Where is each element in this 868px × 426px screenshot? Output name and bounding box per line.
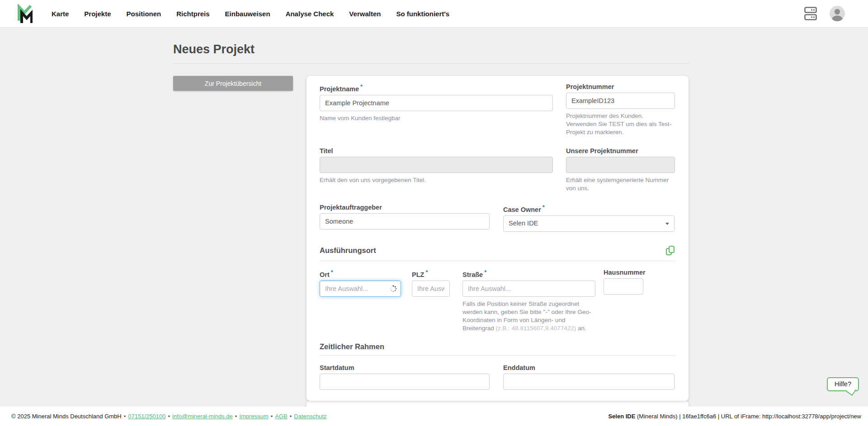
titel-label: Titel bbox=[320, 147, 553, 155]
field-strasse: Straße* Falls die Position keiner Straße… bbox=[462, 268, 595, 333]
titel-help: Erhält den von uns vorgegebenen Titel. bbox=[320, 176, 553, 184]
field-startdatum: Startdatum bbox=[320, 364, 490, 390]
case-owner-select[interactable]: Selen IDE bbox=[503, 215, 675, 232]
footer-separator: • bbox=[168, 413, 170, 420]
help-button[interactable]: Hilfe? bbox=[827, 377, 859, 391]
unsere-projektnummer-help: Erhält eine systemgenerierte Nummer von … bbox=[566, 176, 675, 192]
projektname-help: Name vom Kunden festlegbar bbox=[320, 114, 553, 122]
plz-input[interactable] bbox=[412, 281, 450, 297]
field-hausnummer: Hausnummer bbox=[604, 268, 643, 333]
form-row-dates: Startdatum Enddatum bbox=[320, 364, 675, 390]
startdatum-label: Startdatum bbox=[320, 364, 490, 372]
duplicate-location-icon[interactable] bbox=[665, 245, 675, 256]
user-avatar-icon[interactable] bbox=[830, 6, 845, 21]
mineral-minds-logo-icon[interactable] bbox=[17, 4, 33, 23]
nav-item-einbauweisen[interactable]: Einbauweisen bbox=[225, 10, 270, 18]
field-ort: Ort* bbox=[320, 268, 401, 333]
required-asterisk: * bbox=[360, 83, 363, 90]
footer-separator: • bbox=[271, 413, 273, 420]
projektauftraggeber-input[interactable] bbox=[320, 213, 490, 229]
projektnummer-input[interactable] bbox=[566, 93, 675, 109]
footer: © 2025 Mineral Minds Deutschland GmbH • … bbox=[0, 407, 868, 426]
required-asterisk: * bbox=[331, 269, 333, 276]
nav-item-projekte[interactable]: Projekte bbox=[84, 10, 111, 18]
strasse-input[interactable] bbox=[462, 281, 595, 297]
chevron-down-icon bbox=[665, 223, 669, 225]
field-plz: PLZ* bbox=[412, 268, 450, 333]
ort-label: Ort* bbox=[320, 268, 401, 279]
footer-link-email[interactable]: info@mineral-minds.de bbox=[172, 413, 233, 420]
nav-item-karte[interactable]: Karte bbox=[52, 10, 69, 18]
section-ausfuehrungsort: Ausführungsort bbox=[320, 245, 675, 261]
nav-item-richtpreis[interactable]: Richtpreis bbox=[176, 10, 209, 18]
field-case-owner: Case Owner* Selen IDE bbox=[503, 203, 675, 232]
required-asterisk: * bbox=[484, 269, 486, 276]
startdatum-input[interactable] bbox=[320, 374, 490, 390]
footer-link-agb[interactable]: AGB bbox=[275, 413, 287, 420]
back-to-project-overview-button[interactable]: Zur Projektübersicht bbox=[173, 76, 293, 91]
footer-link-datenschutz[interactable]: Datenschutz bbox=[294, 413, 326, 420]
case-owner-label: Case Owner* bbox=[503, 203, 675, 214]
strasse-label: Straße* bbox=[462, 268, 595, 279]
unsere-projektnummer-input bbox=[566, 157, 675, 173]
form-row-auftraggeber-owner: Projektauftraggeber Case Owner* Selen ID… bbox=[320, 203, 675, 232]
footer-session-info: Selen IDE (Mineral Minds) | 16fae1ffc6a6… bbox=[608, 413, 861, 420]
hausnummer-label: Hausnummer bbox=[604, 268, 643, 276]
nav-item-analyse-check[interactable]: Analyse Check bbox=[286, 10, 334, 18]
footer-link-impressum[interactable]: Impressum bbox=[239, 413, 268, 420]
enddatum-label: Enddatum bbox=[503, 364, 675, 372]
ort-input[interactable] bbox=[320, 281, 401, 297]
strasse-help-example: (z.B.: 48.8115607,9.4077422) bbox=[496, 325, 576, 332]
projektnummer-label: Projektnummer bbox=[566, 83, 675, 91]
page-title: Neues Projekt bbox=[173, 42, 689, 64]
enddatum-input[interactable] bbox=[503, 374, 675, 390]
new-project-form-card: Projektname* Name vom Kunden festlegbar … bbox=[307, 76, 689, 401]
nav-item-so-funktionierts[interactable]: So funktioniert's bbox=[396, 10, 449, 18]
server-stack-icon[interactable] bbox=[804, 6, 817, 21]
footer-separator: • bbox=[290, 413, 292, 420]
projektnummer-help: Projektnummer des Kunden. Verwenden Sie … bbox=[566, 112, 675, 137]
strasse-help: Falls die Position keiner Straße zugeord… bbox=[462, 300, 595, 333]
nav-right-icons bbox=[804, 6, 868, 21]
loading-spinner-icon bbox=[390, 285, 397, 292]
case-owner-selected-value: Selen IDE bbox=[509, 220, 538, 227]
projektname-label: Projektname* bbox=[320, 83, 553, 93]
nav-item-positionen[interactable]: Positionen bbox=[127, 10, 161, 18]
footer-copyright: © 2025 Mineral Minds Deutschland GmbH bbox=[11, 413, 122, 420]
field-projektauftraggeber: Projektauftraggeber bbox=[320, 203, 490, 232]
form-row-titel-unsere-nummer: Titel Erhält den von uns vorgegebenen Ti… bbox=[320, 147, 675, 192]
nav-menu: Karte Projekte Positionen Richtpreis Ein… bbox=[52, 10, 449, 18]
field-enddatum: Enddatum bbox=[503, 364, 675, 390]
top-navbar: Karte Projekte Positionen Richtpreis Ein… bbox=[0, 0, 868, 28]
page: Karte Projekte Positionen Richtpreis Ein… bbox=[0, 0, 868, 426]
footer-separator: • bbox=[124, 413, 126, 420]
plz-label: PLZ* bbox=[412, 268, 450, 279]
field-projektnummer: Projektnummer Projektnummer des Kunden. … bbox=[566, 83, 675, 137]
form-row-address: Ort* PLZ* bbox=[320, 268, 675, 333]
projektauftraggeber-label: Projektauftraggeber bbox=[320, 203, 490, 211]
footer-link-phone[interactable]: 07151/250100 bbox=[128, 413, 165, 420]
field-unsere-projektnummer: Unsere Projektnummer Erhält eine systemg… bbox=[566, 147, 675, 192]
field-titel: Titel Erhält den von uns vorgegebenen Ti… bbox=[320, 147, 553, 192]
footer-user-name: Selen IDE bbox=[608, 413, 635, 420]
projektname-input[interactable] bbox=[320, 95, 553, 111]
titel-input bbox=[320, 157, 553, 173]
footer-left: © 2025 Mineral Minds Deutschland GmbH • … bbox=[11, 413, 327, 420]
page-header: Neues Projekt bbox=[173, 42, 689, 64]
unsere-projektnummer-label: Unsere Projektnummer bbox=[566, 147, 675, 155]
footer-session-details: (Mineral Minds) | 16fae1ffc6a6 | URL of … bbox=[635, 413, 861, 420]
required-asterisk: * bbox=[425, 269, 428, 276]
footer-separator: • bbox=[235, 413, 237, 420]
ausfuehrungsort-title: Ausführungsort bbox=[320, 247, 376, 254]
zeitlicher-rahmen-title: Zeitlicher Rahmen bbox=[320, 343, 384, 351]
nav-item-verwalten[interactable]: Verwalten bbox=[349, 10, 381, 18]
form-row-name-number: Projektname* Name vom Kunden festlegbar … bbox=[320, 83, 675, 137]
required-asterisk: * bbox=[542, 204, 545, 211]
section-zeitlicher-rahmen: Zeitlicher Rahmen bbox=[320, 343, 675, 356]
hausnummer-input[interactable] bbox=[604, 278, 643, 295]
field-projektname: Projektname* Name vom Kunden festlegbar bbox=[320, 83, 553, 137]
